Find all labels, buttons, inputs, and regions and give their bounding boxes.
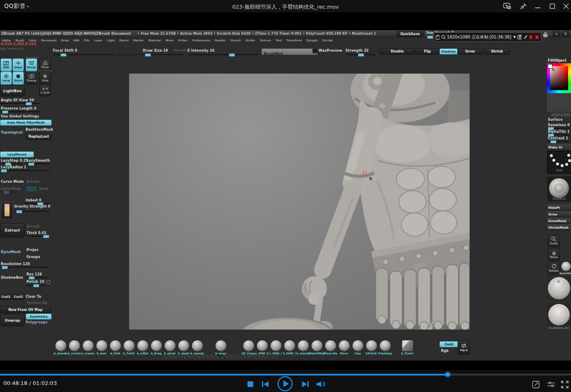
brush-item[interactable]: b_Drag: [149, 340, 163, 355]
slider-handle[interactable]: [60, 53, 67, 57]
persp-button[interactable]: Persp: [26, 58, 37, 72]
color-swatch[interactable]: [548, 64, 552, 69]
lightbox-button[interactable]: LightBox: [0, 86, 25, 96]
pen-icon[interactable]: [523, 35, 527, 39]
brush-item[interactable]: b_Trimtr: [401, 340, 414, 355]
make-st-button[interactable]: Make St: [547, 144, 571, 150]
grow-mask-button[interactable]: GrowMask: [547, 218, 571, 224]
menu-item[interactable]: Tool: [274, 38, 283, 43]
replay-last-button[interactable]: ReplayLast: [26, 133, 52, 140]
curve-mode-label[interactable]: Curve Mode: [1, 180, 24, 184]
lsym-button[interactable]: L.Sym: [39, 84, 51, 96]
polish-toggle-icon[interactable]: [46, 280, 50, 284]
menu-item[interactable]: Marker: [132, 38, 145, 43]
progress-bar[interactable]: [0, 374, 571, 375]
move-button[interactable]: Move: [548, 248, 560, 261]
brush-item[interactable]: c_XMD_!: [269, 340, 283, 355]
maximize-button[interactable]: [547, 2, 557, 10]
slider-handle[interactable]: [33, 284, 39, 287]
curve-step-slider[interactable]: [1, 191, 17, 193]
cust2-button[interactable]: Cust2: [12, 294, 24, 300]
menu-item[interactable]: Layer: [93, 38, 103, 43]
sculpt-canvas[interactable]: [129, 74, 470, 330]
menu-item[interactable]: Move: [164, 38, 175, 43]
polygroups-label[interactable]: Polygroups: [26, 320, 48, 324]
draw-size-slider[interactable]: [141, 54, 183, 55]
edit-button[interactable]: Edit: [0, 58, 12, 72]
surface-label[interactable]: Surface: [548, 118, 563, 122]
previous-button[interactable]: [262, 381, 269, 387]
menu-item[interactable]: Zplugin: [305, 38, 319, 43]
menu-item[interactable]: File: [83, 38, 91, 43]
hide-pt-button[interactable]: HidePt: [547, 205, 571, 210]
grow-button[interactable]: Grow: [458, 48, 482, 55]
stroke-preview[interactable]: Dots: [547, 151, 571, 174]
camera-icon[interactable]: [517, 35, 522, 39]
lock-icon[interactable]: [543, 31, 548, 39]
settings-button[interactable]: [547, 381, 555, 388]
bend-button[interactable]: [26, 186, 37, 192]
brush-strip-scrollbar[interactable]: [161, 354, 278, 359]
gravity-strength-slider[interactable]: [14, 211, 50, 212]
brush-item[interactable]: TrimAdap: [378, 340, 392, 355]
quicksave-button[interactable]: QuickSave: [396, 31, 424, 37]
brush-item[interactable]: b_standa: [54, 340, 67, 355]
minimize-button[interactable]: [533, 2, 543, 10]
slider-handle[interactable]: [145, 53, 151, 57]
slider-handle[interactable]: [28, 163, 34, 166]
brush-item[interactable]: b_Fold2: [122, 340, 136, 355]
close-button[interactable]: [561, 2, 571, 10]
menu-item[interactable]: Zscript: [321, 38, 334, 43]
brush-item[interactable]: b_crease: [81, 340, 95, 355]
brush-item[interactable]: Move Ela: [324, 340, 337, 355]
zoom-button[interactable]: z: [553, 31, 560, 37]
strength-slider[interactable]: [345, 54, 375, 55]
shrink-mask-button[interactable]: ShrinkMask: [547, 225, 571, 230]
brush-item[interactable]: Clay: [351, 340, 365, 355]
slider-handle[interactable]: [2, 266, 8, 269]
brush-item[interactable]: hPolish: [365, 340, 378, 355]
brush-item[interactable]: b_standa: [190, 340, 204, 355]
current-material[interactable]: [547, 276, 571, 301]
magnifier-icon[interactable]: [441, 35, 445, 40]
brush-item[interactable]: b_standa: [296, 340, 310, 355]
lazy-mouse-button[interactable]: LazyMouse: [0, 151, 34, 158]
toolbox-button[interactable]: [532, 381, 540, 388]
cust1-button[interactable]: Cust1: [0, 294, 12, 300]
menu-item[interactable]: Macro: [118, 38, 130, 43]
double-button[interactable]: Double: [380, 48, 415, 55]
extract-button[interactable]: Extract: [0, 223, 25, 237]
shadows-button[interactable]: Shadows: [439, 48, 458, 55]
z-intensity-slider[interactable]: [188, 54, 259, 55]
shrink-button[interactable]: Shrink: [484, 48, 510, 55]
zadd-button[interactable]: Zadd: [439, 341, 458, 347]
see-through-slider[interactable]: [427, 36, 433, 39]
alpha-off-label[interactable]: Alpha Off: [550, 112, 571, 117]
slider-handle[interactable]: [2, 110, 8, 114]
new-from-uv-map-button[interactable]: New From UV Map: [0, 306, 51, 313]
menu-item[interactable]: Draw: [60, 38, 70, 43]
brush-item[interactable]: b_slash: [177, 340, 190, 355]
menu-item[interactable]: Stroke: [244, 38, 257, 43]
slider-handle[interactable]: [43, 235, 49, 238]
grow-button-right[interactable]: Grow: [547, 211, 571, 217]
volume-button[interactable]: [316, 381, 325, 387]
basic-material-thumbnail[interactable]: [561, 262, 571, 271]
angle-of-view-slider[interactable]: [0, 103, 40, 104]
resolution-slider[interactable]: [0, 267, 50, 268]
menu-item[interactable]: Stencil: [229, 38, 242, 43]
slider-handle[interactable]: [1, 169, 7, 172]
menu-item[interactable]: Preferences: [191, 38, 211, 43]
skin-material[interactable]: [547, 303, 571, 326]
draw-button[interactable]: Draw: [12, 58, 24, 72]
chevron-down-icon[interactable]: [513, 36, 516, 38]
brush-item[interactable]: b_pinch: [163, 340, 177, 355]
pin-button[interactable]: [518, 2, 528, 10]
backface-mask-label[interactable]: BackfaceMask: [26, 128, 53, 131]
copy-icon[interactable]: [436, 35, 439, 40]
brush-item[interactable]: Move: [337, 340, 351, 355]
color-picker[interactable]: [547, 63, 571, 93]
preserve-length-slider[interactable]: [0, 111, 40, 112]
alpha-tile-slider[interactable]: [547, 134, 570, 136]
next-button[interactable]: [302, 381, 309, 387]
